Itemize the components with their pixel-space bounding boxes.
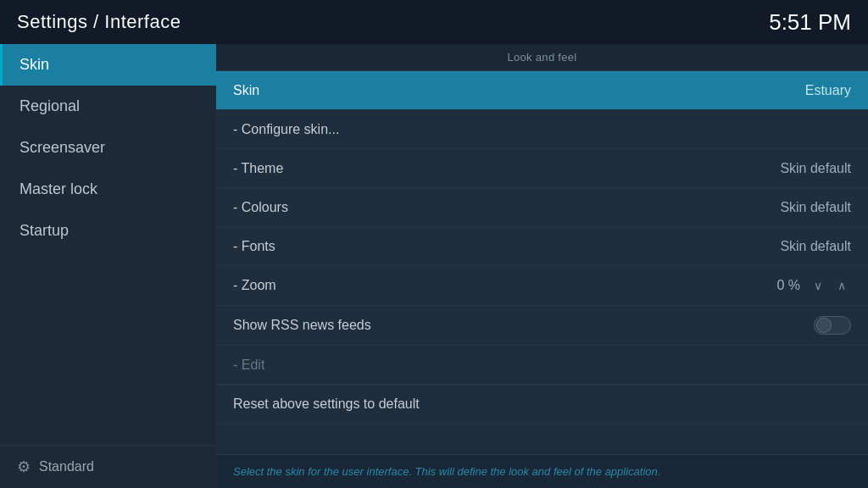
sidebar-footer-label: Standard: [39, 459, 94, 474]
zoom-up-button[interactable]: ∧: [832, 276, 851, 295]
setting-reset[interactable]: Reset above settings to default: [216, 385, 868, 424]
sidebar-item-screensaver[interactable]: Screensaver: [0, 127, 216, 169]
sidebar-item-skin[interactable]: Skin: [0, 44, 216, 86]
setting-fonts-value: Skin default: [780, 239, 851, 254]
clock: 5:51 PM: [769, 9, 851, 36]
settings-list: Skin Estuary - Configure skin... - Theme…: [216, 71, 868, 454]
setting-theme[interactable]: - Theme Skin default: [216, 149, 868, 188]
setting-edit-label: - Edit: [233, 358, 264, 373]
setting-colours-label: - Colours: [233, 200, 288, 215]
sidebar-item-master-lock[interactable]: Master lock: [0, 169, 216, 210]
sidebar: Skin Regional Screensaver Master lock St…: [0, 44, 216, 488]
setting-fonts-label: - Fonts: [233, 239, 275, 254]
gear-icon: ⚙: [17, 458, 31, 476]
zoom-down-button[interactable]: ∨: [809, 276, 827, 295]
header: Settings / Interface 5:51 PM: [0, 0, 868, 44]
setting-configure-skin[interactable]: - Configure skin...: [216, 110, 868, 149]
setting-zoom[interactable]: - Zoom 0 % ∨ ∧: [216, 266, 868, 306]
info-footer: Select the skin for the user interface. …: [216, 454, 868, 488]
setting-theme-value: Skin default: [780, 161, 851, 176]
setting-zoom-label: - Zoom: [233, 278, 276, 293]
setting-skin[interactable]: Skin Estuary: [216, 71, 868, 110]
setting-skin-value: Estuary: [805, 83, 851, 98]
rss-toggle[interactable]: [814, 316, 851, 335]
sidebar-item-regional[interactable]: Regional: [0, 86, 216, 127]
setting-rss-label: Show RSS news feeds: [233, 318, 371, 333]
sidebar-item-startup[interactable]: Startup: [0, 210, 216, 252]
setting-fonts[interactable]: - Fonts Skin default: [216, 227, 868, 266]
setting-configure-skin-label: - Configure skin...: [233, 122, 339, 137]
info-text: Select the skin for the user interface. …: [233, 465, 660, 478]
setting-reset-label: Reset above settings to default: [233, 396, 420, 412]
setting-colours-value: Skin default: [780, 200, 851, 215]
content-panel: Look and feel Skin Estuary - Configure s…: [216, 44, 868, 488]
setting-skin-label: Skin: [233, 83, 259, 98]
toggle-knob: [816, 318, 832, 333]
zoom-value: 0 %: [776, 278, 800, 293]
sidebar-footer: ⚙ Standard: [0, 445, 216, 488]
setting-edit: - Edit: [216, 346, 868, 385]
zoom-controls: 0 % ∨ ∧: [776, 276, 851, 295]
section-header: Look and feel: [216, 44, 868, 71]
setting-rss[interactable]: Show RSS news feeds: [216, 306, 868, 346]
main-layout: Skin Regional Screensaver Master lock St…: [0, 44, 868, 488]
setting-colours[interactable]: - Colours Skin default: [216, 188, 868, 227]
setting-theme-label: - Theme: [233, 161, 283, 176]
page-title: Settings / Interface: [17, 11, 181, 33]
